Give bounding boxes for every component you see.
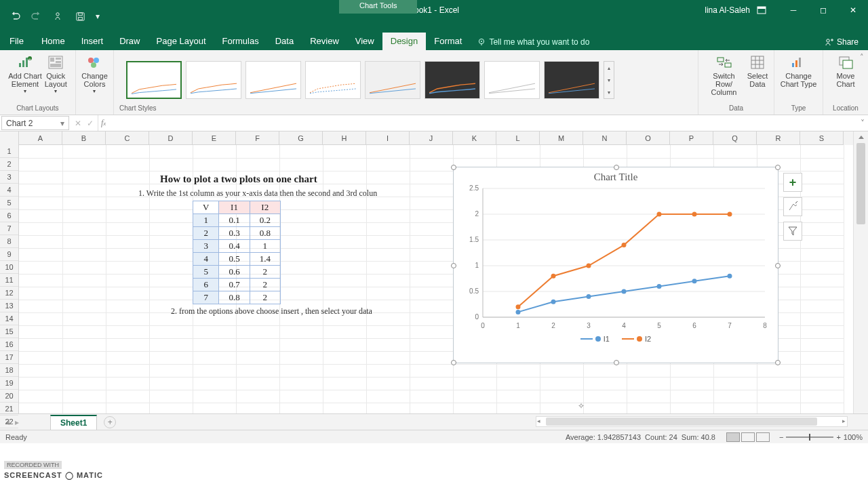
change-colors-button[interactable]: Change Colors▾ bbox=[81, 53, 108, 94]
column-header-B[interactable]: B bbox=[62, 131, 106, 145]
chart-style-3[interactable] bbox=[245, 61, 301, 99]
chart-style-2[interactable] bbox=[186, 61, 241, 99]
column-header-C[interactable]: C bbox=[106, 131, 149, 145]
tab-review[interactable]: Review bbox=[302, 33, 347, 50]
column-header-A[interactable]: A bbox=[19, 131, 62, 145]
row-header-13[interactable]: 13 bbox=[0, 300, 18, 312]
column-header-H[interactable]: H bbox=[323, 131, 366, 145]
tab-design[interactable]: Design bbox=[382, 33, 426, 50]
tab-page-layout[interactable]: Page Layout bbox=[149, 33, 214, 50]
tab-draw[interactable]: Draw bbox=[111, 33, 148, 50]
minimize-button[interactable]: ─ bbox=[778, 0, 808, 20]
share-button[interactable]: Share bbox=[815, 34, 868, 50]
chart-style-6[interactable] bbox=[425, 61, 480, 99]
row-header-5[interactable]: 5 bbox=[0, 197, 18, 209]
column-header-N[interactable]: N bbox=[583, 131, 627, 145]
chart-styles-button[interactable] bbox=[783, 197, 802, 216]
chart-style-1[interactable] bbox=[126, 61, 182, 99]
page-break-view-button[interactable] bbox=[756, 432, 770, 442]
chart-style-4[interactable] bbox=[305, 61, 361, 99]
table-row[interactable]: 10.10.2 bbox=[193, 214, 281, 227]
quick-layout-button[interactable]: Quick Layout▾ bbox=[45, 53, 67, 94]
row-header-9[interactable]: 9 bbox=[0, 248, 18, 261]
collapse-ribbon-button[interactable]: ˄ bbox=[860, 53, 864, 62]
tab-data[interactable]: Data bbox=[267, 33, 302, 50]
zoom-slider[interactable] bbox=[786, 436, 833, 438]
horizontal-scrollbar[interactable]: ◂ ▸ bbox=[536, 416, 848, 427]
customize-qat-button[interactable]: ▾ bbox=[92, 7, 103, 26]
sheet-tab-sheet1[interactable]: Sheet1 bbox=[50, 415, 97, 430]
tab-formulas[interactable]: Formulas bbox=[214, 33, 267, 50]
chart-style-8[interactable] bbox=[544, 61, 599, 99]
column-header-E[interactable]: E bbox=[193, 131, 236, 145]
row-header-2[interactable]: 2 bbox=[0, 158, 18, 171]
row-header-18[interactable]: 18 bbox=[0, 364, 18, 377]
zoom-in-button[interactable]: + bbox=[836, 433, 840, 441]
normal-view-button[interactable] bbox=[726, 432, 740, 442]
account-name[interactable]: lina Al-Saleh bbox=[705, 5, 766, 15]
column-header-I[interactable]: I bbox=[366, 131, 410, 145]
chart-plot-area[interactable]: 00.511.522.5012345678 bbox=[460, 184, 772, 333]
table-row[interactable]: 40.51.4 bbox=[193, 253, 281, 266]
row-header-20[interactable]: 20 bbox=[0, 390, 18, 403]
fx-icon[interactable]: fx bbox=[98, 115, 108, 131]
file-tab[interactable]: File bbox=[0, 32, 33, 50]
row-header-10[interactable]: 10 bbox=[0, 261, 18, 274]
change-chart-type-button[interactable]: Change Chart Type bbox=[781, 53, 817, 88]
cancel-formula-button[interactable]: ✕ bbox=[75, 119, 81, 128]
row-header-16[interactable]: 16 bbox=[0, 338, 18, 351]
row-header-4[interactable]: 4 bbox=[0, 184, 18, 197]
row-header-1[interactable]: 1 bbox=[0, 145, 18, 158]
select-data-button[interactable]: Select Data bbox=[747, 53, 768, 96]
new-sheet-button[interactable]: + bbox=[104, 416, 116, 428]
chart-styles-more-button[interactable]: ▴▾▾ bbox=[604, 61, 614, 99]
name-box[interactable]: Chart 2▾ bbox=[1, 116, 69, 130]
move-chart-button[interactable]: Move Chart bbox=[835, 53, 856, 88]
page-layout-view-button[interactable] bbox=[741, 432, 755, 442]
tab-home[interactable]: Home bbox=[33, 33, 73, 50]
table-row[interactable]: 20.30.8 bbox=[193, 227, 281, 240]
chart-elements-button[interactable]: + bbox=[783, 173, 802, 192]
table-row[interactable]: 60.72 bbox=[193, 279, 281, 291]
column-header-K[interactable]: K bbox=[453, 131, 496, 145]
close-button[interactable]: ✕ bbox=[838, 0, 868, 20]
tab-insert[interactable]: Insert bbox=[73, 33, 112, 50]
row-header-8[interactable]: 8 bbox=[0, 235, 18, 248]
row-header-12[interactable]: 12 bbox=[0, 287, 18, 300]
formula-input[interactable] bbox=[108, 115, 857, 131]
column-header-O[interactable]: O bbox=[627, 131, 670, 145]
save-button[interactable] bbox=[71, 7, 90, 26]
chart-filters-button[interactable] bbox=[783, 222, 802, 241]
chart-styles-gallery[interactable]: ▴▾▾ bbox=[119, 53, 692, 104]
row-header-21[interactable]: 21 bbox=[0, 403, 18, 415]
column-header-F[interactable]: F bbox=[236, 131, 279, 145]
undo-button[interactable] bbox=[5, 7, 24, 26]
expand-formula-bar-button[interactable]: ˅ bbox=[857, 115, 868, 131]
chart-legend[interactable]: I1 I2 bbox=[454, 335, 778, 343]
row-header-14[interactable]: 14 bbox=[0, 312, 18, 325]
row-header-17[interactable]: 17 bbox=[0, 351, 18, 364]
table-row[interactable]: 30.41 bbox=[193, 240, 281, 253]
chart-style-5[interactable] bbox=[365, 61, 420, 99]
row-header-15[interactable]: 15 bbox=[0, 325, 18, 338]
column-header-L[interactable]: L bbox=[496, 131, 540, 145]
column-header-R[interactable]: R bbox=[757, 131, 800, 145]
data-table[interactable]: V I1 I2 10.10.220.30.830.4140.51.450.626… bbox=[193, 201, 281, 304]
redo-button[interactable] bbox=[27, 7, 46, 26]
column-headers[interactable]: ABCDEFGHIJKLMNOPQRS bbox=[19, 131, 853, 145]
tab-format[interactable]: Format bbox=[426, 33, 470, 50]
touch-mouse-mode-button[interactable] bbox=[49, 7, 68, 26]
row-header-3[interactable]: 3 bbox=[0, 171, 18, 184]
chart-title[interactable]: Chart Title bbox=[454, 171, 778, 183]
row-headers[interactable]: 12345678910111213141516171819202122 bbox=[0, 131, 19, 413]
row-header-22[interactable]: 22 bbox=[0, 415, 18, 428]
maximize-button[interactable]: ◻ bbox=[808, 0, 838, 20]
zoom-level[interactable]: 100% bbox=[844, 433, 863, 441]
column-header-P[interactable]: P bbox=[670, 131, 713, 145]
column-header-D[interactable]: D bbox=[149, 131, 193, 145]
switch-row-column-button[interactable]: Switch Row/ Column bbox=[704, 53, 744, 96]
worksheet-grid[interactable]: ABCDEFGHIJKLMNOPQRS 12345678910111213141… bbox=[0, 131, 868, 413]
chart-style-7[interactable] bbox=[484, 61, 540, 99]
row-header-6[interactable]: 6 bbox=[0, 209, 18, 222]
table-row[interactable]: 50.62 bbox=[193, 266, 281, 279]
